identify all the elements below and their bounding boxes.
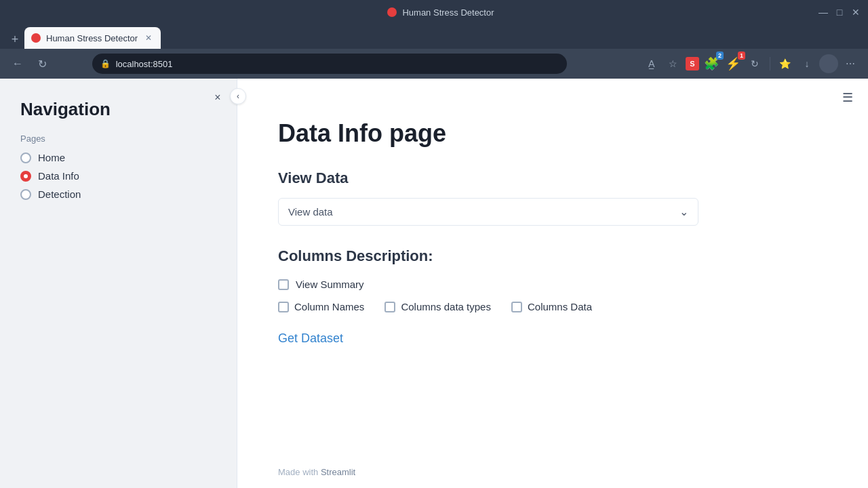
checkbox-column-names[interactable]: [278, 302, 289, 312]
tab-label: Human Stress Detector: [46, 33, 138, 43]
active-tab[interactable]: Human Stress Detector ✕: [24, 27, 161, 49]
window-title: Human Stress Detector: [402, 7, 494, 18]
checkbox-columns-data-types[interactable]: [384, 302, 395, 312]
address-text: localhost:8501: [116, 59, 173, 69]
checkbox-columns-data[interactable]: [511, 302, 522, 312]
window-controls: — □ ✕: [819, 8, 860, 16]
sidebar-collapse-button[interactable]: ‹: [230, 88, 246, 104]
address-bar-row: ← ↻ 🔒 localhost:8501 A̲ ☆ S 🧩 2 ⚡ 1 ↻ ⭐ …: [0, 49, 868, 79]
streamlit-menu-button[interactable]: ☰: [838, 88, 857, 107]
address-bar[interactable]: 🔒 localhost:8501: [92, 54, 567, 74]
extensions-extra-badge: 1: [738, 52, 745, 60]
radio-data-info[interactable]: [20, 171, 31, 182]
checkbox-group: Column Names Columns data types Columns …: [278, 301, 807, 312]
tab-bar: + Human Stress Detector ✕: [0, 24, 868, 49]
tab-favicon: [31, 33, 41, 43]
sync-button[interactable]: ↻: [745, 54, 764, 73]
get-dataset-link[interactable]: Get Dataset: [278, 331, 343, 345]
nav-item-detection[interactable]: Detection: [20, 188, 216, 200]
checkbox-columns-data-label: Columns Data: [528, 301, 592, 312]
browser-chrome: Human Stress Detector — □ ✕ + Human Stre…: [0, 0, 868, 79]
back-button[interactable]: ←: [8, 54, 27, 73]
new-tab-button[interactable]: +: [5, 30, 24, 49]
checkbox-row-view-summary: View Summary: [278, 279, 807, 290]
translate-button[interactable]: A̲: [642, 54, 661, 73]
footer-brand: Streamlit: [321, 467, 355, 477]
nav-label-detection: Detection: [38, 188, 81, 200]
nav-item-home[interactable]: Home: [20, 152, 216, 163]
refresh-button[interactable]: ↻: [33, 54, 52, 73]
view-data-heading: View Data: [278, 169, 807, 187]
profile-avatar[interactable]: [819, 54, 838, 73]
checkbox-view-summary-label: View Summary: [296, 279, 364, 290]
browser-content: × ‹ Navigation Pages Home Data Info Dete…: [0, 79, 868, 488]
sidebar-drawer: × ‹ Navigation Pages Home Data Info Dete…: [0, 79, 237, 488]
hamburger-icon: ☰: [842, 90, 853, 105]
title-bar: Human Stress Detector — □ ✕: [0, 0, 868, 24]
page-title: Data Info page: [278, 119, 807, 148]
nav-heading: Navigation: [20, 99, 216, 120]
maximize-button[interactable]: □: [835, 8, 844, 16]
title-bar-center: Human Stress Detector: [387, 7, 494, 18]
close-button[interactable]: ✕: [852, 8, 860, 16]
radio-home[interactable]: [20, 152, 31, 163]
checkbox-column-names-label: Column Names: [294, 301, 364, 312]
main-content: ☰ Data Info page View Data View data ⌄ C…: [237, 79, 868, 488]
extensions-badge: 2: [716, 52, 724, 60]
menu-button[interactable]: ⋯: [841, 54, 860, 73]
toolbar-right: A̲ ☆ S 🧩 2 ⚡ 1 ↻ ⭐ ↓ ⋯: [642, 54, 860, 73]
toolbar-divider: [770, 57, 770, 70]
favorites-button[interactable]: ⭐: [776, 54, 795, 73]
extensions-s-button[interactable]: S: [686, 57, 699, 70]
dropdown-label: View data: [288, 206, 679, 218]
checkbox-columns-data-types-label: Columns data types: [401, 301, 491, 312]
collapse-icon: ‹: [237, 92, 239, 101]
minimize-button[interactable]: —: [819, 8, 827, 16]
footer-text: Made with: [278, 467, 318, 477]
nav-label-home: Home: [38, 152, 65, 163]
columns-description-heading: Columns Description:: [278, 247, 807, 265]
checkbox-view-summary[interactable]: [278, 279, 289, 290]
nav-item-data-info[interactable]: Data Info: [20, 170, 216, 182]
footer: Made with Streamlit: [278, 467, 355, 477]
radio-detection[interactable]: [20, 189, 31, 200]
nav-items: Home Data Info Detection: [20, 152, 216, 200]
checkbox-item-columns-data-types: Columns data types: [384, 301, 491, 312]
pages-label: Pages: [20, 134, 216, 144]
chevron-down-icon: ⌄: [679, 205, 688, 218]
view-data-dropdown[interactable]: View data ⌄: [278, 198, 698, 226]
checkbox-item-column-names: Column Names: [278, 301, 364, 312]
lock-icon: 🔒: [100, 59, 111, 68]
tab-close-button[interactable]: ✕: [143, 33, 154, 43]
star-button[interactable]: ☆: [664, 54, 683, 73]
tab-favicon-title: [387, 7, 397, 17]
close-icon: ×: [214, 92, 220, 104]
drawer-content: Navigation Pages Home Data Info Detectio…: [0, 79, 237, 214]
drawer-close-button[interactable]: ×: [208, 88, 227, 107]
main-inner: Data Info page View Data View data ⌄ Col…: [237, 79, 848, 386]
checkbox-item-columns-data: Columns Data: [511, 301, 592, 312]
nav-label-data-info: Data Info: [38, 170, 79, 182]
download-button[interactable]: ↓: [797, 54, 816, 73]
